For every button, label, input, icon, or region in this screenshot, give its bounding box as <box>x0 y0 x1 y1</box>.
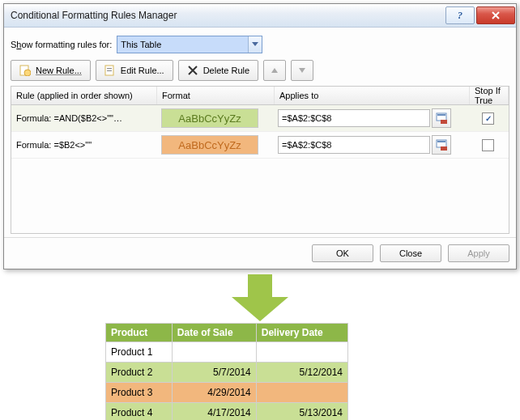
format-preview: AaBbCcYyZz <box>161 135 258 155</box>
col-stop: Stop If True <box>470 87 509 104</box>
help-button[interactable]: ? <box>445 6 475 24</box>
grid-empty-area[interactable] <box>11 159 509 233</box>
close-icon <box>492 11 500 19</box>
format-preview: AaBbCcYyZz <box>161 108 258 128</box>
svg-rect-6 <box>437 114 445 116</box>
sheet-header: Date of Sale <box>172 324 256 342</box>
sheet-cell[interactable]: Product 2 <box>106 363 173 383</box>
scope-value: This Table <box>121 40 161 49</box>
move-down-button[interactable] <box>291 60 313 81</box>
delete-rule-button[interactable]: Delete Rule <box>178 60 258 81</box>
svg-rect-3 <box>107 68 112 69</box>
delete-icon <box>187 65 198 76</box>
edit-rule-button[interactable]: Edit Rule... <box>96 60 173 81</box>
rule-formula: Formula: =$B2<>"" <box>11 132 156 158</box>
sheet-cell[interactable]: Product 3 <box>106 383 173 403</box>
rule-row[interactable]: Formula: =$B2<>""AaBbCcYyZz <box>11 132 509 159</box>
sheet-cell[interactable]: 5/13/2014 <box>256 403 347 421</box>
apply-button[interactable]: Apply <box>448 244 509 262</box>
range-picker-icon <box>436 139 447 151</box>
chevron-down-icon <box>248 36 262 53</box>
sheet-header: Delivery Date <box>256 324 347 342</box>
sheet-header: Product <box>106 324 173 342</box>
col-rule: Rule (applied in order shown) <box>11 87 157 104</box>
sheet-row: Product 1 <box>106 342 348 363</box>
new-rule-button[interactable]: New Rule... <box>11 60 91 81</box>
sheet-cell[interactable]: Product 1 <box>106 342 173 363</box>
sheet-cell[interactable] <box>172 342 256 363</box>
sheet-cell[interactable]: 4/29/2014 <box>172 383 256 403</box>
result-sheet: ProductDate of SaleDelivery Date Product… <box>105 323 348 420</box>
rule-formula: Formula: =AND($B2<>""… <box>11 105 156 131</box>
dialog-title: Conditional Formatting Rules Manager <box>11 10 177 21</box>
svg-rect-9 <box>437 141 445 142</box>
col-format: Format <box>157 87 275 104</box>
svg-rect-7 <box>441 120 447 124</box>
sheet-row: Product 44/17/20145/13/2014 <box>106 403 348 421</box>
stop-if-true-checkbox[interactable] <box>482 139 494 151</box>
result-arrow-icon <box>232 274 288 321</box>
scope-label: Show formatting rules for: <box>11 40 112 49</box>
sheet-cell[interactable]: Product 4 <box>106 403 173 421</box>
new-rule-icon <box>19 65 31 76</box>
scope-select[interactable]: This Table <box>117 36 262 53</box>
sheet-row: Product 25/7/20145/12/2014 <box>106 363 348 383</box>
titlebar: Conditional Formatting Rules Manager ? <box>4 4 516 28</box>
range-picker-icon <box>436 112 447 124</box>
sheet-cell[interactable] <box>256 342 347 363</box>
sheet-row: Product 34/29/2014 <box>106 383 348 403</box>
range-picker-button[interactable] <box>432 135 451 155</box>
sheet-cell[interactable]: 4/17/2014 <box>172 403 256 421</box>
rule-row[interactable]: Formula: =AND($B2<>""…AaBbCcYyZz✓ <box>11 105 509 132</box>
range-picker-button[interactable] <box>432 108 451 128</box>
sheet-cell[interactable]: 5/7/2014 <box>172 363 256 383</box>
svg-rect-10 <box>441 146 447 151</box>
rules-grid: Rule (applied in order shown) Format App… <box>11 86 509 234</box>
stop-if-true-checkbox[interactable]: ✓ <box>482 112 494 125</box>
col-applies: Applies to <box>275 87 470 104</box>
triangle-down-icon <box>299 68 305 73</box>
close-window-button[interactable] <box>476 6 515 24</box>
sheet-cell[interactable] <box>256 383 347 403</box>
applies-input[interactable] <box>278 109 430 127</box>
triangle-up-icon <box>271 68 278 73</box>
close-button[interactable]: Close <box>380 244 441 262</box>
svg-point-1 <box>24 70 31 76</box>
svg-rect-4 <box>107 70 112 71</box>
applies-input[interactable] <box>278 136 430 154</box>
dialog-footer: OK Close Apply <box>4 237 516 269</box>
move-up-button[interactable] <box>263 60 286 81</box>
sheet-cell[interactable]: 5/12/2014 <box>256 363 347 383</box>
edit-rule-icon <box>104 65 116 76</box>
grid-header: Rule (applied in order shown) Format App… <box>11 87 509 105</box>
cf-rules-manager-dialog: Conditional Formatting Rules Manager ? S… <box>3 3 517 269</box>
ok-button[interactable]: OK <box>312 244 373 262</box>
